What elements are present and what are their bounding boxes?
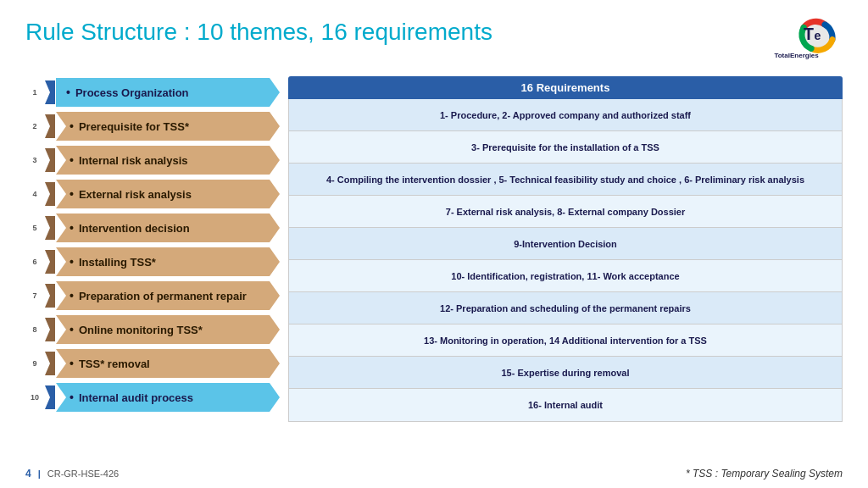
- logo: T e TotalEnergies: [766, 15, 843, 66]
- chevron-row: 4 •External risk analysis: [25, 178, 280, 210]
- left-arrow-icon: [44, 180, 56, 208]
- bullet: •: [70, 391, 74, 404]
- left-arrow-icon: [44, 247, 56, 276]
- chevron-number: 2: [25, 122, 44, 130]
- chevron-label: Intervention decision: [79, 222, 190, 235]
- svg-marker-13: [45, 385, 55, 409]
- bullet: •: [66, 86, 70, 99]
- chevron-label: TSS* removal: [79, 358, 150, 370]
- chevron-row: 7 •Preparation of permanent repair: [25, 280, 280, 312]
- chevron-item: •Online monitoring TSS*: [56, 315, 280, 344]
- bullet: •: [70, 119, 74, 133]
- chevron-number: 6: [25, 258, 44, 266]
- left-arrow-icon: [44, 349, 56, 378]
- page-number: 4: [25, 468, 31, 480]
- chevron-item: •Prerequisite for TSS*: [56, 112, 280, 141]
- tss-footnote: * TSS : Temporary Sealing System: [686, 468, 843, 480]
- req-row: 7- External risk analysis, 8- External c…: [289, 196, 842, 228]
- svg-marker-5: [45, 114, 55, 138]
- requirements-table: 1- Procedure, 2- Approved company and au…: [288, 99, 843, 422]
- chevron-row: 5 •Intervention decision: [25, 212, 280, 244]
- bullet: •: [70, 255, 74, 269]
- chevron-row: 2 •Prerequisite for TSS*: [25, 110, 280, 142]
- svg-marker-6: [45, 148, 55, 172]
- chevron-label: Online monitoring TSS*: [79, 324, 203, 336]
- chevron-number: 9: [25, 359, 44, 368]
- svg-marker-8: [45, 216, 55, 240]
- chevron-row: 10 •Internal audit process: [25, 381, 280, 413]
- chevron-number: 4: [25, 190, 44, 198]
- left-arrow-icon: [44, 112, 56, 141]
- req-row: 9-Intervention Decision: [289, 228, 842, 260]
- svg-text:e: e: [815, 28, 821, 42]
- main-content: 1 •Process Organization2 •Prerequisite f…: [25, 76, 843, 422]
- left-arrow-icon: [44, 315, 56, 344]
- chevron-number: 10: [25, 393, 44, 402]
- page-title: Rule Structure : 10 themes, 16 requireme…: [25, 19, 492, 46]
- chevron-row: 1 •Process Organization: [25, 76, 280, 108]
- svg-marker-10: [45, 284, 55, 308]
- req-row: 4- Compiling the intervention dossier , …: [289, 164, 842, 196]
- right-panel: 16 Requirements 1- Procedure, 2- Approve…: [288, 76, 843, 422]
- req-row: 15- Expertise during removal: [289, 357, 842, 389]
- requirements-header: 16 Requirements: [288, 76, 843, 99]
- chevron-number: 3: [25, 156, 44, 164]
- chevron-item: •Internal audit process: [56, 383, 280, 412]
- svg-marker-11: [45, 318, 55, 341]
- chevron-item: •Process Organization: [56, 78, 280, 107]
- footer: 4 | CR-GR-HSE-426 * TSS : Temporary Seal…: [25, 468, 843, 480]
- left-arrow-icon: [44, 146, 56, 175]
- slide: Rule Structure : 10 themes, 16 requireme…: [0, 0, 868, 488]
- svg-marker-4: [45, 80, 55, 104]
- left-arrow-icon: [44, 78, 56, 107]
- req-row: 3- Prerequisite for the installation of …: [289, 131, 842, 164]
- document-code: CR-GR-HSE-426: [47, 469, 119, 479]
- bullet: •: [70, 289, 74, 302]
- bullet: •: [70, 153, 74, 167]
- chevron-label: Preparation of permanent repair: [79, 290, 247, 302]
- chevron-label: Internal risk analysis: [79, 154, 188, 167]
- chevron-item: •Intervention decision: [56, 214, 280, 242]
- svg-marker-12: [45, 352, 55, 375]
- header: Rule Structure : 10 themes, 16 requireme…: [25, 15, 843, 66]
- footer-divider: |: [38, 469, 41, 479]
- chevron-row: 8 •Online monitoring TSS*: [25, 313, 280, 346]
- chevron-item: •TSS* removal: [56, 349, 280, 378]
- chevron-number: 1: [25, 88, 44, 97]
- req-row: 10- Identification, registration, 11- Wo…: [289, 260, 842, 292]
- bullet: •: [70, 187, 74, 201]
- left-panel: 1 •Process Organization2 •Prerequisite f…: [25, 76, 280, 413]
- footer-left: 4 | CR-GR-HSE-426: [25, 468, 119, 480]
- chevron-item: •External risk analysis: [56, 180, 280, 208]
- req-row: 16- Internal audit: [289, 389, 842, 421]
- req-row: 12- Preparation and scheduling of the pe…: [289, 292, 842, 324]
- chevron-item: •Preparation of permanent repair: [56, 281, 280, 310]
- chevron-label: Internal audit process: [79, 391, 193, 404]
- chevron-label: Prerequisite for TSS*: [79, 120, 189, 133]
- totalenergies-logo-icon: T e TotalEnergies: [771, 18, 838, 64]
- chevron-label: External risk analysis: [79, 188, 192, 201]
- left-arrow-icon: [44, 281, 56, 310]
- chevron-row: 3 •Internal risk analysis: [25, 144, 280, 176]
- svg-marker-7: [45, 182, 55, 206]
- left-arrow-icon: [44, 214, 56, 242]
- chevron-number: 5: [25, 224, 44, 232]
- chevron-label: Process Organization: [75, 86, 189, 99]
- chevron-item: •Internal risk analysis: [56, 146, 280, 175]
- chevron-row: 9 •TSS* removal: [25, 347, 280, 380]
- left-arrow-icon: [44, 383, 56, 412]
- chevron-item: •Installing TSS*: [56, 247, 280, 276]
- chevron-row: 6 •Installing TSS*: [25, 246, 280, 278]
- svg-text:T: T: [804, 24, 814, 42]
- bullet: •: [70, 357, 74, 370]
- chevron-number: 8: [25, 325, 44, 334]
- bullet: •: [70, 323, 74, 336]
- svg-text:TotalEnergies: TotalEnergies: [774, 52, 819, 59]
- svg-marker-9: [45, 250, 55, 274]
- chevron-label: Installing TSS*: [79, 256, 156, 269]
- chevron-number: 7: [25, 291, 44, 300]
- bullet: •: [70, 221, 74, 235]
- req-row: 13- Monitoring in operation, 14 Addition…: [289, 324, 842, 357]
- req-row: 1- Procedure, 2- Approved company and au…: [289, 99, 842, 131]
